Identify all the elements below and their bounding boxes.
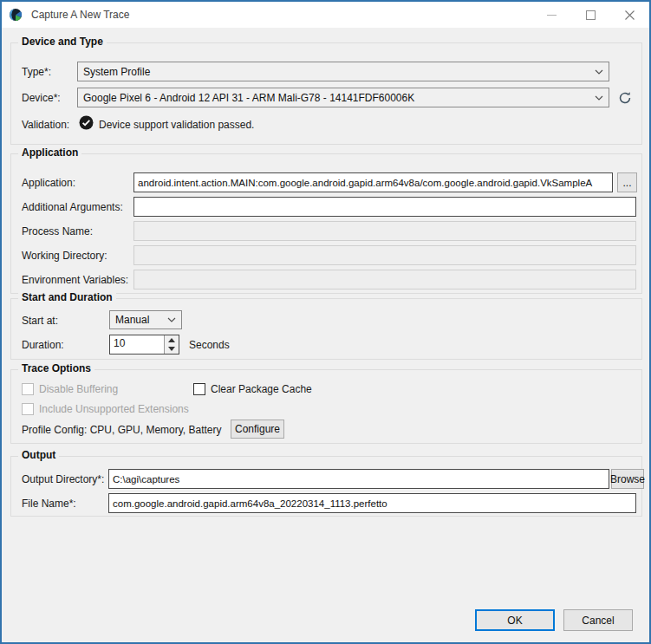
close-icon xyxy=(625,10,635,20)
type-dropdown[interactable]: System Profile xyxy=(77,62,609,81)
ok-button-label: OK xyxy=(507,615,522,627)
maximize-button[interactable] xyxy=(571,2,610,28)
refresh-devices-button[interactable] xyxy=(615,88,635,107)
type-dropdown-value: System Profile xyxy=(83,66,150,78)
validation-passed-icon xyxy=(79,115,94,130)
trace-options-group: Trace Options Disable Buffering Clear Pa… xyxy=(10,369,642,444)
agi-logo-icon xyxy=(9,8,23,22)
trace-options-legend: Trace Options xyxy=(18,362,94,374)
clear-package-cache-checkbox[interactable] xyxy=(193,383,205,395)
device-dropdown-value: Google Pixel 6 - Android 12 API 31 - ARM… xyxy=(83,92,414,104)
device-dropdown[interactable]: Google Pixel 6 - Android 12 API 31 - ARM… xyxy=(77,88,609,107)
duration-value: 10 xyxy=(110,335,164,354)
device-and-type-group: Device and Type Type*: System Profile De… xyxy=(10,42,642,145)
environment-variables-label: Environment Variables: xyxy=(22,274,128,286)
application-legend: Application xyxy=(18,146,81,159)
arrow-down-icon xyxy=(168,347,175,351)
type-label: Type*: xyxy=(22,66,51,78)
cancel-button[interactable]: Cancel xyxy=(563,609,633,631)
window-title: Capture A New Trace xyxy=(31,9,129,21)
configure-button-label: Configure xyxy=(235,423,280,435)
duration-label: Duration: xyxy=(22,339,64,351)
output-directory-input[interactable] xyxy=(108,469,609,489)
device-and-type-legend: Device and Type xyxy=(18,36,107,48)
clear-package-cache-label: Clear Package Cache xyxy=(211,383,312,395)
ellipsis-icon: ... xyxy=(622,177,631,189)
chevron-down-icon xyxy=(595,95,603,101)
application-browse-button[interactable]: ... xyxy=(617,172,637,192)
cancel-button-label: Cancel xyxy=(582,615,614,627)
maximize-icon xyxy=(586,10,596,20)
configure-button[interactable]: Configure xyxy=(231,420,284,439)
duration-increment-button[interactable] xyxy=(165,335,179,345)
duration-decrement-button[interactable] xyxy=(165,345,179,355)
close-button[interactable] xyxy=(610,2,649,28)
minimize-icon xyxy=(547,15,557,16)
refresh-icon xyxy=(617,90,633,106)
chevron-down-icon xyxy=(167,317,176,322)
browse-output-button[interactable]: Browse xyxy=(611,469,644,489)
disable-buffering-label: Disable Buffering xyxy=(39,383,118,395)
duration-unit-label: Seconds xyxy=(189,339,230,351)
include-unsupported-extensions-label: Include Unsupported Extensions xyxy=(39,403,189,415)
disable-buffering-checkbox xyxy=(22,383,34,395)
file-name-input[interactable] xyxy=(108,493,636,513)
output-directory-label: Output Directory*: xyxy=(22,473,104,485)
environment-variables-input xyxy=(133,270,636,289)
start-at-label: Start at: xyxy=(22,315,58,327)
capture-trace-dialog: Capture A New Trace Device and Type Type… xyxy=(0,0,651,644)
ok-button[interactable]: OK xyxy=(475,609,555,631)
application-label: Application: xyxy=(22,177,75,189)
minimize-button[interactable] xyxy=(532,2,571,28)
process-name-input xyxy=(133,221,636,241)
profile-config-label: Profile Config: CPU, GPU, Memory, Batter… xyxy=(22,424,222,436)
output-group: Output Output Directory*: Browse File Na… xyxy=(10,456,642,517)
validation-label: Validation: xyxy=(22,119,69,131)
file-name-label: File Name*: xyxy=(22,498,76,510)
device-label: Device*: xyxy=(22,92,61,104)
application-group: Application Application: ... Additional … xyxy=(10,153,642,294)
additional-arguments-label: Additional Arguments: xyxy=(22,201,123,213)
working-directory-label: Working Directory: xyxy=(22,250,107,262)
working-directory-input xyxy=(133,245,636,265)
application-input[interactable] xyxy=(133,172,613,192)
start-and-duration-group: Start and Duration Start at: Manual Dura… xyxy=(10,298,642,360)
start-at-dropdown-value: Manual xyxy=(115,314,149,326)
chevron-down-icon xyxy=(595,69,603,75)
process-name-label: Process Name: xyxy=(22,225,93,237)
output-legend: Output xyxy=(18,449,59,461)
validation-message: Device support validation passed. xyxy=(99,119,254,131)
additional-arguments-input[interactable] xyxy=(133,197,636,217)
include-unsupported-extensions-checkbox xyxy=(22,403,34,415)
browse-button-label: Browse xyxy=(610,473,645,485)
start-and-duration-legend: Start and Duration xyxy=(18,291,116,303)
arrow-up-icon xyxy=(168,338,175,342)
duration-stepper[interactable]: 10 xyxy=(109,335,179,355)
start-at-dropdown[interactable]: Manual xyxy=(109,310,182,329)
title-bar: Capture A New Trace xyxy=(2,2,649,28)
